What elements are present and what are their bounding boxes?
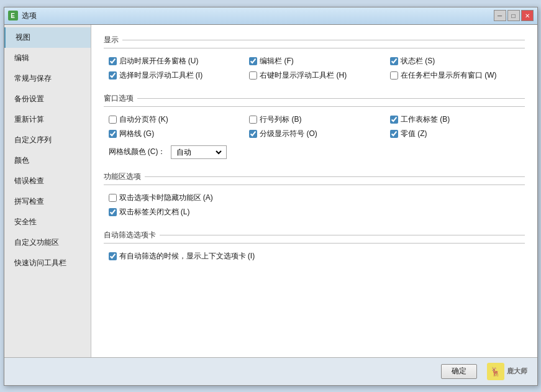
checkbox-show-context-tab[interactable] <box>109 252 117 260</box>
options-window: E 选项 ─ □ ✕ 视图 编辑 常规与保存 备份设置 重新计算 自定义序列 颜… <box>4 7 538 386</box>
checkbox-hide-ribbon[interactable] <box>109 194 117 202</box>
sidebar-item-view[interactable]: 视图 <box>4 27 91 48</box>
checkbox-page-break[interactable] <box>109 116 117 124</box>
checkbox-label-page-break: 自动分页符 (K) <box>119 114 168 125</box>
checkbox-row-double-click-close: 双击标签关闭文档 (L) <box>109 207 525 217</box>
sidebar-item-custom-sequence[interactable]: 自定义序列 <box>4 130 91 150</box>
grid-color-dropdown[interactable]: 自动 黑色 白色 红色 蓝色 绿色 <box>171 145 227 159</box>
sidebar-item-custom-ribbon[interactable]: 自定义功能区 <box>4 232 91 253</box>
checkbox-row-taskbar-all-windows: 在任务栏中显示所有窗口 (W) <box>390 70 525 81</box>
grid-color-label: 网格线颜色 (C)： <box>109 147 166 157</box>
footer: 确定 🦌 鹿大师 <box>4 357 537 385</box>
checkbox-label-gridlines: 网格线 (G) <box>119 129 155 139</box>
checkbox-row-gridlines: 网格线 (G) <box>109 129 243 139</box>
grid-color-select[interactable]: 自动 黑色 白色 红色 蓝色 绿色 <box>174 147 224 157</box>
checkbox-startup[interactable] <box>109 57 117 65</box>
checkbox-row-col-header[interactable] <box>249 116 257 124</box>
checkbox-row-float-toolbar-select: 选择时显示浮动工具栏 (I) <box>109 70 243 81</box>
checkbox-label-double-click-close: 双击标签关闭文档 (L) <box>119 207 190 217</box>
sidebar-item-error-check[interactable]: 错误检查 <box>4 171 91 191</box>
brand-label: 鹿大师 <box>507 367 527 376</box>
checkbox-label-formula-bar: 编辑栏 (F) <box>260 56 294 66</box>
sidebar-item-quick-access[interactable]: 快速访问工具栏 <box>4 253 91 273</box>
checkbox-row-row-col-header: 行号列标 (B) <box>249 114 384 125</box>
checkbox-outline-symbols[interactable] <box>249 130 257 138</box>
checkbox-formula-bar[interactable] <box>249 57 257 65</box>
function-area-checkboxes: 双击选项卡时隐藏功能区 (A) 双击标签关闭文档 (L) <box>104 190 525 220</box>
function-area-title: 功能区选项 <box>104 171 525 185</box>
checkbox-label-taskbar-all-windows: 在任务栏中显示所有窗口 (W) <box>401 70 497 81</box>
sidebar-item-general-save[interactable]: 常规与保存 <box>4 68 91 89</box>
checkbox-label-sheet-tab: 工作表标签 (B) <box>401 114 450 125</box>
checkbox-row-show-context-tab: 有自动筛选的时候，显示上下文选项卡 (I) <box>109 251 525 262</box>
checkbox-float-toolbar-select[interactable] <box>109 71 117 80</box>
brand-icon: 🦌 <box>487 363 504 380</box>
sidebar-item-color[interactable]: 颜色 <box>4 150 91 171</box>
checkbox-row-page-break: 自动分页符 (K) <box>109 114 243 125</box>
sidebar-item-security[interactable]: 安全性 <box>4 212 91 232</box>
function-area-section: 功能区选项 双击选项卡时隐藏功能区 (A) 双击标签关闭文档 (L) <box>104 171 525 220</box>
checkbox-zero-values[interactable] <box>390 130 398 138</box>
window-options-checkboxes: 自动分页符 (K) 行号列标 (B) 工作表标签 (B) 网格线 (G) <box>104 112 525 142</box>
minimize-button[interactable]: ─ <box>494 10 506 21</box>
auto-filter-section: 自动筛选选项卡 有自动筛选的时候，显示上下文选项卡 (I) <box>104 230 525 264</box>
checkbox-label-hide-ribbon: 双击选项卡时隐藏功能区 (A) <box>119 193 213 203</box>
grid-color-row: 网格线颜色 (C)： 自动 黑色 白色 红色 蓝色 绿色 <box>104 142 525 162</box>
auto-filter-checkboxes: 有自动筛选的时候，显示上下文选项卡 (I) <box>104 248 525 264</box>
checkbox-label-outline-symbols: 分级显示符号 (O) <box>260 129 317 139</box>
checkbox-sheet-tab[interactable] <box>390 116 398 124</box>
app-icon: E <box>8 11 18 21</box>
main-content: 显示 启动时展开任务窗格 (U) 编辑栏 (F) 状态栏 (S) <box>91 25 537 357</box>
checkbox-label-startup: 启动时展开任务窗格 (U) <box>119 56 199 66</box>
sidebar: 视图 编辑 常规与保存 备份设置 重新计算 自定义序列 颜色 错误检查 拼写检查… <box>4 25 91 357</box>
window-options-title: 窗口选项 <box>104 93 525 107</box>
display-section-title: 显示 <box>104 35 525 48</box>
brand-area: 🦌 鹿大师 <box>487 363 527 380</box>
sidebar-item-edit[interactable]: 编辑 <box>4 48 91 68</box>
checkbox-float-toolbar-right[interactable] <box>249 71 257 80</box>
title-bar: E 选项 ─ □ ✕ <box>4 7 537 25</box>
display-checkboxes: 启动时展开任务窗格 (U) 编辑栏 (F) 状态栏 (S) 选择时显示浮动工具栏… <box>104 53 525 83</box>
checkbox-row-sheet-tab: 工作表标签 (B) <box>390 114 525 125</box>
checkbox-gridlines[interactable] <box>109 130 117 138</box>
title-bar-left: E 选项 <box>8 11 37 21</box>
window-body: 视图 编辑 常规与保存 备份设置 重新计算 自定义序列 颜色 错误检查 拼写检查… <box>4 25 537 357</box>
checkbox-row-hide-ribbon: 双击选项卡时隐藏功能区 (A) <box>109 193 525 203</box>
window-options-section: 窗口选项 自动分页符 (K) 行号列标 (B) 工作表标签 (B) <box>104 93 525 162</box>
checkbox-row-outline-symbols: 分级显示符号 (O) <box>249 129 384 139</box>
checkbox-taskbar-all-windows[interactable] <box>390 71 398 80</box>
title-buttons: ─ □ ✕ <box>494 10 534 21</box>
sidebar-item-recalc[interactable]: 重新计算 <box>4 109 91 130</box>
checkbox-label-zero-values: 零值 (Z) <box>401 129 427 139</box>
checkbox-row-status-bar: 状态栏 (S) <box>390 56 525 66</box>
window-title: 选项 <box>22 11 37 21</box>
checkbox-row-zero-values: 零值 (Z) <box>390 129 525 139</box>
checkbox-row-startup: 启动时展开任务窗格 (U) <box>109 56 243 66</box>
maximize-button[interactable]: □ <box>507 10 520 21</box>
checkbox-row-formula-bar: 编辑栏 (F) <box>249 56 384 66</box>
checkbox-status-bar[interactable] <box>390 57 398 65</box>
confirm-button[interactable]: 确定 <box>441 364 477 379</box>
checkbox-label-show-context-tab: 有自动筛选的时候，显示上下文选项卡 (I) <box>119 251 255 262</box>
checkbox-row-float-toolbar-right: 右键时显示浮动工具栏 (H) <box>249 70 384 81</box>
auto-filter-title: 自动筛选选项卡 <box>104 230 525 244</box>
close-button[interactable]: ✕ <box>521 10 534 21</box>
checkbox-label-float-toolbar-right: 右键时显示浮动工具栏 (H) <box>260 70 347 81</box>
display-section: 显示 启动时展开任务窗格 (U) 编辑栏 (F) 状态栏 (S) <box>104 35 525 83</box>
checkbox-label-float-toolbar-select: 选择时显示浮动工具栏 (I) <box>119 70 203 81</box>
sidebar-item-backup[interactable]: 备份设置 <box>4 89 91 109</box>
checkbox-label-status-bar: 状态栏 (S) <box>401 56 435 66</box>
sidebar-item-spell-check[interactable]: 拼写检查 <box>4 191 91 212</box>
checkbox-double-click-close[interactable] <box>109 208 117 216</box>
checkbox-label-row-col-header: 行号列标 (B) <box>260 114 301 125</box>
